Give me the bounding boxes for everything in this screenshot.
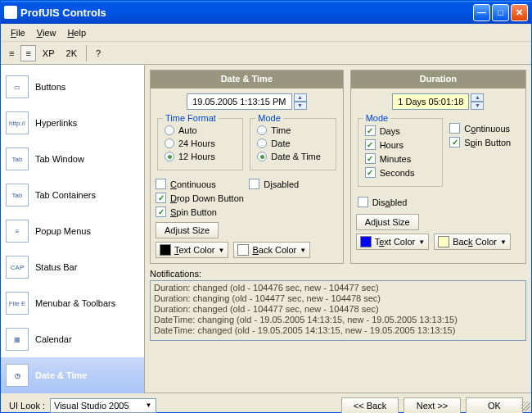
sidebar-item-label: Tab Window — [35, 154, 84, 164]
theme-xp-button[interactable]: XP — [38, 45, 60, 61]
checkbox-icon: ✓ — [449, 137, 460, 148]
datetime-panel-title: Date & Time — [151, 70, 343, 88]
spin-up-icon[interactable]: ▲ — [294, 93, 307, 102]
spin-up-icon[interactable]: ▲ — [471, 93, 484, 102]
check-hours[interactable]: ✓Hours — [365, 138, 436, 152]
app-icon — [4, 6, 17, 19]
calendar-icon: ▦ — [6, 328, 29, 351]
menu-file[interactable]: File — [6, 26, 30, 39]
theme-btn-2[interactable]: ≡ — [20, 45, 35, 61]
radio-24hours[interactable]: 24 Hours — [165, 137, 236, 150]
color-swatch — [237, 244, 249, 256]
help-button[interactable]: ? — [91, 45, 106, 61]
uilook-combo[interactable]: Visual Studio 2005▼ — [50, 398, 156, 413]
theme-btn-1[interactable]: ≡ — [4, 45, 19, 61]
maximize-button[interactable]: □ — [492, 4, 509, 21]
time-format-legend: Time Format — [163, 113, 219, 123]
time-format-group: Time Format Auto 24 Hours 12 Hours — [157, 118, 243, 170]
close-button[interactable]: ✕ — [511, 4, 528, 21]
radio-date[interactable]: Date — [257, 137, 328, 150]
notif-line: Duration: changed (old - 104476 sec, new… — [154, 283, 522, 293]
check-dur-continuous[interactable]: Continuous — [449, 121, 521, 135]
dur-adjust-size-button[interactable]: Adjust Size — [356, 214, 419, 230]
notifications-list[interactable]: Duration: changed (old - 104476 sec, new… — [150, 280, 526, 341]
sidebar-item-tab-window[interactable]: TabTab Window — [1, 141, 144, 177]
notif-line: DateTime: changed (old - 19.05.2005 14:1… — [154, 325, 522, 336]
check-seconds[interactable]: ✓Seconds — [365, 166, 436, 179]
resize-grip[interactable] — [521, 402, 530, 411]
check-dur-disabled[interactable]: Disabled — [358, 195, 519, 209]
ok-button[interactable]: OK — [466, 397, 523, 414]
duration-panel: Duration 1 Days 05:01:18 ▲▼ Mode ✓Days ✓… — [350, 70, 526, 264]
datetime-spinner[interactable]: ▲▼ — [294, 93, 307, 110]
sidebar-item-menubar-toolbars[interactable]: File EMenubar & Toolbars — [1, 285, 144, 321]
radio-datetime[interactable]: Date & Time — [257, 150, 328, 163]
checkbox-icon — [249, 179, 259, 189]
notif-line: Duration: changed (old - 104477 sec, new… — [154, 304, 522, 315]
datetime-field[interactable]: 19.05.2005 1:13:15 PM — [187, 93, 291, 110]
check-disabled[interactable]: Disabled — [249, 177, 337, 191]
radio-icon — [165, 152, 174, 161]
checkbox-icon: ✓ — [365, 139, 376, 150]
titlebar[interactable]: ProfUIS Controls — □ ✕ — [1, 1, 531, 24]
notif-line: Duration: changing (old - 104477 sec, ne… — [154, 293, 522, 304]
sidebar-item-label: Popup Menus — [35, 226, 91, 236]
radio-12hours[interactable]: 12 Hours — [165, 150, 236, 163]
tab-containers-icon: Tab — [6, 184, 29, 206]
theme-2k-button[interactable]: 2K — [61, 45, 82, 61]
check-minutes[interactable]: ✓Minutes — [365, 152, 436, 166]
footer: UI Look : Visual Studio 2005▼ << Back Ne… — [1, 393, 531, 413]
radio-auto[interactable]: Auto — [165, 124, 236, 137]
checkbox-icon: ✓ — [156, 206, 166, 217]
check-dropdown[interactable]: ✓Drop Down Button — [156, 191, 338, 205]
back-button[interactable]: << Back — [341, 397, 399, 414]
sidebar-item-date-time[interactable]: ◷Date & Time — [1, 357, 144, 393]
check-days[interactable]: ✓Days — [365, 124, 436, 138]
check-spin[interactable]: ✓Spin Button — [156, 205, 338, 219]
sidebar: ▭Buttons http://Hyperlinks TabTab Window… — [1, 65, 145, 393]
menubar: File View Help — [1, 24, 531, 42]
minimize-button[interactable]: — — [473, 4, 490, 21]
menu-view[interactable]: View — [32, 26, 61, 39]
checkbox-icon: ✓ — [365, 153, 376, 164]
check-continuous[interactable]: Continuous — [156, 177, 244, 191]
radio-icon — [165, 138, 174, 148]
duration-mode-legend: Mode — [363, 113, 391, 123]
sidebar-item-status-bar[interactable]: CAPStatus Bar — [1, 249, 144, 285]
back-color-button[interactable]: Back Color▼ — [233, 242, 310, 258]
adjust-size-button[interactable]: Adjust Size — [156, 222, 219, 238]
dropdown-icon: ▼ — [219, 247, 225, 254]
sidebar-item-label: Buttons — [35, 82, 65, 92]
checkbox-icon — [449, 123, 460, 134]
spin-down-icon[interactable]: ▼ — [294, 102, 307, 110]
sidebar-item-buttons[interactable]: ▭Buttons — [1, 69, 144, 105]
notifications-label: Notifications: — [150, 269, 526, 279]
duration-field[interactable]: 1 Days 05:01:18 — [392, 93, 469, 110]
status-bar-icon: CAP — [6, 256, 29, 279]
duration-panel-title: Duration — [351, 70, 525, 88]
mode-group: Mode Time Date Date & Time — [250, 118, 336, 170]
datetime-panel: Date & Time 19.05.2005 1:13:15 PM ▲▼ Tim… — [150, 70, 344, 264]
checkbox-icon: ✓ — [365, 125, 376, 136]
text-color-button[interactable]: Text Color▼ — [156, 242, 228, 258]
radio-time[interactable]: Time — [257, 124, 328, 137]
dur-text-color-button[interactable]: Text Color▼ — [356, 234, 429, 250]
sidebar-item-hyperlinks[interactable]: http://Hyperlinks — [1, 105, 144, 141]
mode-legend: Mode — [255, 113, 283, 123]
sidebar-item-tab-containers[interactable]: TabTab Containers — [1, 177, 144, 213]
next-button[interactable]: Next >> — [404, 397, 461, 414]
popup-menus-icon: ≡ — [6, 220, 29, 243]
duration-spinner[interactable]: ▲▼ — [471, 93, 484, 110]
dur-back-color-button[interactable]: Back Color▼ — [434, 234, 511, 250]
date-time-icon: ◷ — [6, 364, 29, 387]
menu-help[interactable]: Help — [62, 26, 91, 39]
dropdown-icon: ▼ — [146, 402, 152, 409]
spin-down-icon[interactable]: ▼ — [471, 102, 484, 110]
sidebar-item-popup-menus[interactable]: ≡Popup Menus — [1, 213, 144, 249]
dropdown-icon: ▼ — [418, 238, 425, 246]
check-dur-spin[interactable]: ✓Spin Button — [449, 135, 521, 149]
sidebar-item-calendar[interactable]: ▦Calendar — [1, 321, 144, 357]
checkbox-icon — [156, 179, 166, 189]
sidebar-item-label: Date & Time — [35, 370, 87, 380]
notif-line: DateTime: changing (old - 19.05.2005 14:… — [154, 315, 522, 325]
